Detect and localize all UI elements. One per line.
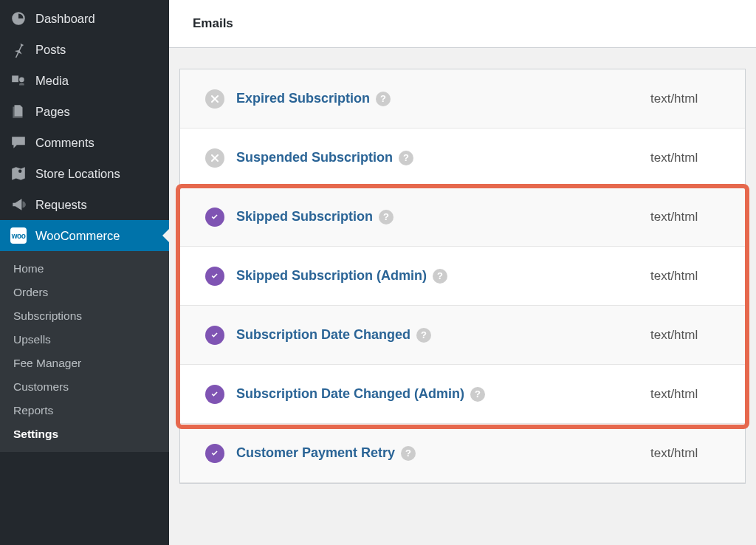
- sidebar-item-pages[interactable]: Pages: [0, 96, 169, 127]
- status-enabled-icon[interactable]: [205, 326, 224, 345]
- sidebar-subitem-subscriptions[interactable]: Subscriptions: [0, 304, 169, 328]
- help-icon[interactable]: ?: [379, 210, 394, 224]
- sidebar-subitem-orders[interactable]: Orders: [0, 281, 169, 304]
- email-name-link[interactable]: Skipped Subscription: [236, 207, 373, 226]
- svg-point-0: [19, 78, 24, 83]
- help-icon[interactable]: ?: [401, 446, 416, 461]
- email-status-cell: [193, 89, 236, 109]
- comment-icon: [10, 134, 27, 151]
- email-status-cell: [193, 267, 236, 286]
- help-icon[interactable]: ?: [376, 92, 391, 106]
- email-row: Skipped Subscription (Admin)?text/html: [180, 247, 745, 306]
- pin-icon: [10, 41, 27, 58]
- sidebar-subitem-settings[interactable]: Settings: [0, 422, 169, 446]
- email-content-type: text/html: [650, 446, 739, 461]
- help-icon[interactable]: ?: [399, 151, 413, 165]
- sidebar-item-label: Requests: [35, 198, 87, 212]
- sidebar-item-label: Posts: [35, 43, 66, 57]
- email-name-cell: Subscription Date Changed (Admin)?: [236, 384, 650, 403]
- email-name-link[interactable]: Customer Payment Retry: [236, 443, 395, 462]
- page-title: Emails: [169, 0, 756, 48]
- email-content-type: text/html: [650, 92, 739, 106]
- help-icon[interactable]: ?: [416, 328, 431, 343]
- email-row: Subscription Date Changed (Admin)?text/h…: [180, 365, 745, 424]
- email-row: Subscription Date Changed?text/html: [180, 306, 745, 365]
- email-row: Skipped Subscription?text/html: [180, 188, 745, 247]
- sidebar-item-comments[interactable]: Comments: [0, 127, 169, 158]
- sidebar-subitem-upsells[interactable]: Upsells: [0, 328, 169, 352]
- sidebar-subitem-reports[interactable]: Reports: [0, 399, 169, 422]
- help-icon[interactable]: ?: [433, 269, 447, 284]
- map-icon: [10, 165, 27, 182]
- sidebar-item-store-locations[interactable]: Store Locations: [0, 158, 169, 189]
- email-row: Suspended Subscription?text/html: [180, 128, 745, 188]
- status-disabled-icon[interactable]: [205, 148, 224, 168]
- admin-sidebar: Dashboard Posts Media Pages Comments Sto…: [0, 0, 169, 545]
- sidebar-item-label: Comments: [35, 136, 94, 150]
- help-icon[interactable]: ?: [470, 387, 485, 402]
- svg-point-1: [18, 170, 21, 173]
- sidebar-item-posts[interactable]: Posts: [0, 34, 169, 65]
- email-name-cell: Customer Payment Retry?: [236, 443, 650, 462]
- status-enabled-icon[interactable]: [205, 208, 224, 227]
- email-status-cell: [193, 444, 236, 463]
- email-status-cell: [193, 326, 236, 345]
- status-enabled-icon[interactable]: [205, 267, 224, 286]
- email-name-link[interactable]: Subscription Date Changed: [236, 325, 410, 344]
- email-status-cell: [193, 208, 236, 227]
- email-name-cell: Expired Subscription?: [236, 89, 650, 108]
- email-name-cell: Skipped Subscription (Admin)?: [236, 266, 650, 285]
- email-name-cell: Subscription Date Changed?: [236, 325, 650, 344]
- sidebar-item-woocommerce[interactable]: woo WooCommerce: [0, 220, 169, 251]
- sidebar-item-label: Pages: [35, 105, 70, 119]
- megaphone-icon: [10, 196, 27, 213]
- email-name-link[interactable]: Subscription Date Changed (Admin): [236, 384, 464, 403]
- email-name-cell: Skipped Subscription?: [236, 207, 650, 226]
- sidebar-item-label: WooCommerce: [35, 229, 120, 243]
- email-name-link[interactable]: Skipped Subscription (Admin): [236, 266, 427, 285]
- media-icon: [10, 72, 27, 89]
- email-table-wrap: Expired Subscription?text/htmlSuspended …: [169, 48, 756, 494]
- email-row: Customer Payment Retry?text/html: [180, 424, 745, 483]
- email-name-link[interactable]: Expired Subscription: [236, 89, 370, 108]
- sidebar-item-label: Store Locations: [35, 167, 120, 181]
- email-status-cell: [193, 385, 236, 404]
- sidebar-item-label: Media: [35, 74, 69, 88]
- email-name-link[interactable]: Suspended Subscription: [236, 148, 393, 167]
- email-content-type: text/html: [650, 210, 739, 224]
- sidebar-subitem-home[interactable]: Home: [0, 257, 169, 281]
- email-status-cell: [193, 148, 236, 168]
- sidebar-submenu: Home Orders Subscriptions Upsells Fee Ma…: [0, 251, 169, 452]
- email-name-cell: Suspended Subscription?: [236, 148, 650, 167]
- email-content-type: text/html: [650, 151, 739, 165]
- email-content-type: text/html: [650, 387, 739, 402]
- pages-icon: [10, 103, 27, 120]
- sidebar-item-label: Dashboard: [35, 12, 95, 26]
- woocommerce-icon: woo: [10, 227, 27, 244]
- sidebar-item-requests[interactable]: Requests: [0, 189, 169, 220]
- sidebar-subitem-customers[interactable]: Customers: [0, 375, 169, 399]
- email-content-type: text/html: [650, 328, 739, 343]
- main-content: Emails Expired Subscription?text/htmlSus…: [169, 0, 756, 545]
- status-disabled-icon[interactable]: [205, 89, 224, 109]
- email-settings-table: Expired Subscription?text/htmlSuspended …: [179, 69, 746, 484]
- status-enabled-icon[interactable]: [205, 444, 224, 463]
- email-row: Expired Subscription?text/html: [180, 69, 745, 128]
- sidebar-subitem-fee-manager[interactable]: Fee Manager: [0, 352, 169, 375]
- dashboard-icon: [10, 10, 27, 27]
- status-enabled-icon[interactable]: [205, 385, 224, 404]
- sidebar-item-media[interactable]: Media: [0, 65, 169, 96]
- email-content-type: text/html: [650, 269, 739, 284]
- sidebar-item-dashboard[interactable]: Dashboard: [0, 3, 169, 34]
